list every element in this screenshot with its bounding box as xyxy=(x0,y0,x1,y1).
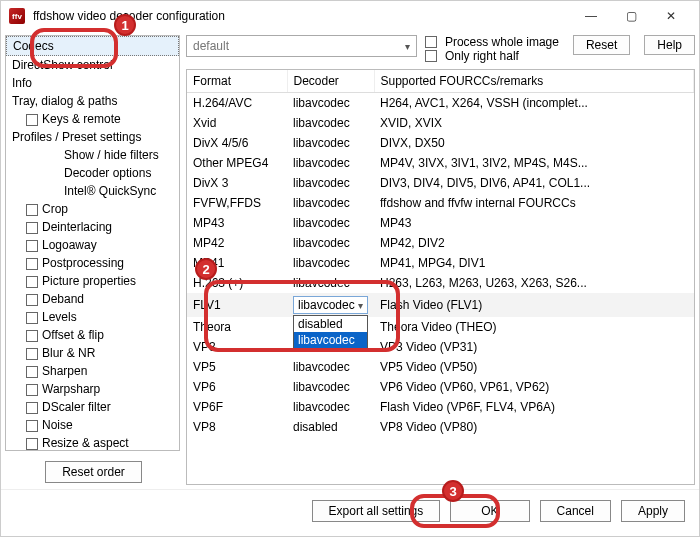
col-remarks[interactable]: Supported FOURCCs/remarks xyxy=(374,70,694,93)
table-row[interactable]: FVFW,FFDSlibavcodecffdshow and ffvfw int… xyxy=(187,193,694,213)
reset-order-button[interactable]: Reset order xyxy=(45,461,142,483)
preset-select[interactable]: default ▾ xyxy=(186,35,417,57)
checkbox-icon[interactable] xyxy=(26,276,38,288)
table-row[interactable]: DivX 3libavcodecDIV3, DIV4, DIV5, DIV6, … xyxy=(187,173,694,193)
checkbox-icon[interactable] xyxy=(26,114,38,126)
table-row[interactable]: XvidlibavcodecXVID, XVIX xyxy=(187,113,694,133)
sidebar-item[interactable]: Logoaway xyxy=(6,236,179,254)
decoder-dropdown-list[interactable]: disabled libavcodec xyxy=(293,315,368,349)
table-row[interactable]: MP41libavcodecMP41, MPG4, DIV1 xyxy=(187,253,694,273)
minimize-button[interactable]: — xyxy=(571,2,611,30)
table-row[interactable]: MP42libavcodecMP42, DIV2 xyxy=(187,233,694,253)
table-row[interactable]: VP8disabledVP8 Video (VP80) xyxy=(187,417,694,437)
checkbox-icon[interactable] xyxy=(26,330,38,342)
checkbox-icon[interactable] xyxy=(26,348,38,360)
sidebar-item[interactable]: Deinterlacing xyxy=(6,218,179,236)
checkbox-icon[interactable] xyxy=(26,258,38,270)
export-button[interactable]: Export all settings xyxy=(312,500,441,522)
checkbox-icon[interactable] xyxy=(26,222,38,234)
table-row[interactable]: H.263 (+)libavcodecH263, L263, M263, U26… xyxy=(187,273,694,293)
table-row[interactable]: Other MPEG4libavcodecMP4V, 3IVX, 3IV1, 3… xyxy=(187,153,694,173)
table-row[interactable]: DivX 4/5/6libavcodecDIVX, DX50 xyxy=(187,133,694,153)
checkbox-icon[interactable] xyxy=(26,240,38,252)
sidebar-item[interactable]: Decoder options xyxy=(6,164,179,182)
col-decoder[interactable]: Decoder xyxy=(287,70,374,93)
checkbox-icon[interactable] xyxy=(26,438,38,450)
sidebar-item[interactable]: Keys & remote xyxy=(6,110,179,128)
sidebar-item[interactable]: Resize & aspect xyxy=(6,434,179,451)
sidebar-item[interactable]: Sharpen xyxy=(6,362,179,380)
decoder-dropdown[interactable]: libavcodec▾ xyxy=(293,296,368,314)
sidebar-item[interactable]: DirectShow control xyxy=(6,56,179,74)
sidebar-item[interactable]: Show / hide filters xyxy=(6,146,179,164)
checkbox-icon[interactable] xyxy=(26,384,38,396)
callout-3: 3 xyxy=(442,480,464,502)
checkbox-icon[interactable] xyxy=(26,294,38,306)
checkbox-icon[interactable] xyxy=(26,420,38,432)
sidebar-item[interactable]: Profiles / Preset settings xyxy=(6,128,179,146)
sidebar-item[interactable]: DScaler filter xyxy=(6,398,179,416)
sidebar-item[interactable]: Tray, dialog & paths xyxy=(6,92,179,110)
table-row[interactable]: VP6FlibavcodecFlash Video (VP6F, FLV4, V… xyxy=(187,397,694,417)
checkbox-icon[interactable] xyxy=(26,402,38,414)
sidebar-item[interactable]: Info xyxy=(6,74,179,92)
close-button[interactable]: ✕ xyxy=(651,2,691,30)
ok-button[interactable]: OK xyxy=(450,500,529,522)
sidebar-item[interactable]: Noise xyxy=(6,416,179,434)
maximize-button[interactable]: ▢ xyxy=(611,2,651,30)
sidebar-item[interactable]: Crop xyxy=(6,200,179,218)
table-row[interactable]: FLV1libavcodec▾Flash Video (FLV1) xyxy=(187,293,694,317)
col-format[interactable]: Format xyxy=(187,70,287,93)
table-row[interactable]: TheoradisabledTheora Video (THEO) xyxy=(187,317,694,337)
checkbox-icon[interactable] xyxy=(26,312,38,324)
sidebar-item[interactable]: Levels xyxy=(6,308,179,326)
sidebar: CodecsDirectShow controlInfoTray, dialog… xyxy=(5,35,180,451)
checkbox-icon[interactable] xyxy=(26,366,38,378)
apply-button[interactable]: Apply xyxy=(621,500,685,522)
table-row[interactable]: VP5libavcodecVP5 Video (VP50) xyxy=(187,357,694,377)
sidebar-item[interactable]: Picture properties xyxy=(6,272,179,290)
callout-1: 1 xyxy=(114,14,136,36)
chevron-down-icon: ▾ xyxy=(358,300,363,311)
checkbox-icon[interactable] xyxy=(26,204,38,216)
dropdown-option-disabled[interactable]: disabled xyxy=(294,316,367,332)
table-row[interactable]: MP43libavcodecMP43 xyxy=(187,213,694,233)
sidebar-item[interactable]: Intel® QuickSync xyxy=(6,182,179,200)
titlebar: ffv ffdshow video decoder configuration … xyxy=(1,1,699,31)
dropdown-option-libavcodec[interactable]: libavcodec xyxy=(294,332,367,348)
sidebar-item[interactable]: Offset & flip xyxy=(6,326,179,344)
table-row[interactable]: VP3libavcodecVP3 Video (VP31) xyxy=(187,337,694,357)
callout-2: 2 xyxy=(195,258,217,280)
app-icon: ffv xyxy=(9,8,25,24)
sidebar-item[interactable]: Warpsharp xyxy=(6,380,179,398)
table-row[interactable]: H.264/AVClibavcodecH264, AVC1, X264, VSS… xyxy=(187,93,694,114)
sidebar-item[interactable]: Postprocessing xyxy=(6,254,179,272)
reset-button[interactable]: Reset xyxy=(573,35,630,55)
codec-table[interactable]: Format Decoder Supported FOURCCs/remarks… xyxy=(186,69,695,485)
chevron-down-icon: ▾ xyxy=(405,41,410,52)
process-whole-checkbox[interactable]: Process whole image xyxy=(425,35,559,49)
cancel-button[interactable]: Cancel xyxy=(540,500,611,522)
sidebar-item[interactable]: Codecs xyxy=(6,36,179,56)
help-button[interactable]: Help xyxy=(644,35,695,55)
sidebar-item[interactable]: Deband xyxy=(6,290,179,308)
table-row[interactable]: VP6libavcodecVP6 Video (VP60, VP61, VP62… xyxy=(187,377,694,397)
only-right-checkbox[interactable]: Only right half xyxy=(425,49,559,63)
sidebar-item[interactable]: Blur & NR xyxy=(6,344,179,362)
preset-value: default xyxy=(193,39,229,53)
